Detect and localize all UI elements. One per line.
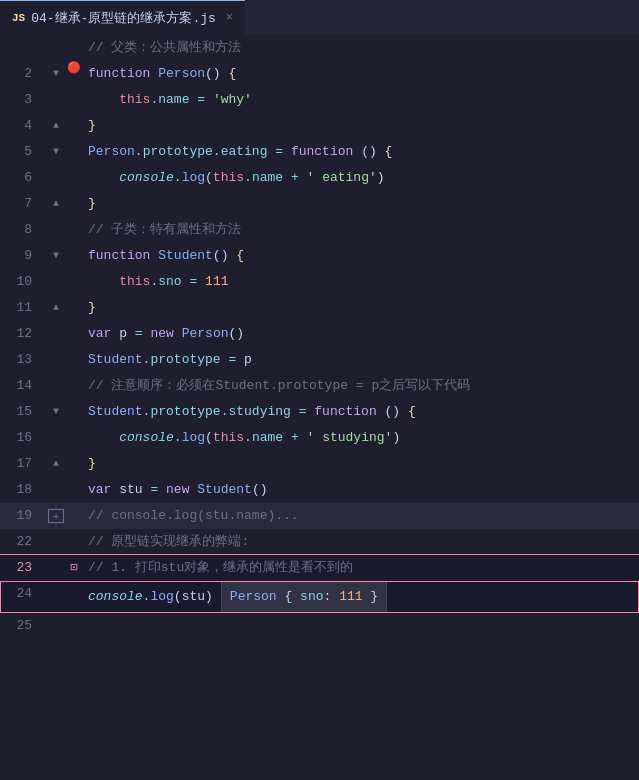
fold-icon-9[interactable]: ▼ — [48, 243, 64, 269]
line-number-23: 23 — [0, 555, 48, 581]
line-content-19: // console.log(stu.name)... — [84, 503, 639, 529]
line-content-8: // 子类：特有属性和方法 — [84, 217, 639, 243]
line-content-22: // 原型链实现继承的弊端: — [84, 529, 639, 555]
line-number-25: 25 — [0, 613, 48, 639]
code-area: // 父类：公共属性和方法 2 ▼ 🔴 function Person() { … — [0, 35, 639, 780]
line-content-4: } — [84, 113, 639, 139]
line-number-18: 18 — [0, 477, 48, 503]
code-line-15: 15 ▼ Student.prototype.studying = functi… — [0, 399, 639, 425]
line-content: // 父类：公共属性和方法 — [84, 35, 639, 61]
fold-icon-4[interactable]: ▲ — [48, 113, 64, 139]
line-number-14: 14 — [0, 373, 48, 399]
fold-icon-5[interactable]: ▼ — [48, 139, 64, 165]
tab-label: 04-继承-原型链的继承方案.js — [31, 9, 216, 27]
line-number-3: 3 — [0, 87, 48, 113]
debug-tooltip: Person { sno: 111 } — [221, 581, 387, 613]
line-content-10: this.sno = 111 — [84, 269, 639, 295]
code-line-8: 8 // 子类：特有属性和方法 — [0, 217, 639, 243]
fold-icon-19[interactable]: + — [48, 509, 64, 523]
line-number-2: 2 — [0, 61, 48, 87]
code-line-25: 25 — [0, 613, 639, 639]
code-line-6: 6 console.log(this.name + ' eating') — [0, 165, 639, 191]
code-line-10: 10 this.sno = 111 — [0, 269, 639, 295]
line-number-5: 5 — [0, 139, 48, 165]
breakpoint-area-2[interactable]: 🔴 — [64, 61, 84, 74]
code-line-4: 4 ▲ } — [0, 113, 639, 139]
line-content-11: } — [84, 295, 639, 321]
line-number-24: 24 — [0, 581, 48, 607]
code-line-3: 3 this.name = 'why' — [0, 87, 639, 113]
line-content-7: } — [84, 191, 639, 217]
code-line-17: 17 ▲ } — [0, 451, 639, 477]
fold-icon-17[interactable]: ▲ — [48, 451, 64, 477]
code-line-23: 23 ⊡ // 1. 打印stu对象，继承的属性是看不到的 — [0, 555, 639, 581]
line-number-22: 22 — [0, 529, 48, 555]
code-line-11: 11 ▲ } — [0, 295, 639, 321]
line-number-4: 4 — [0, 113, 48, 139]
code-line-12: 12 var p = new Person() — [0, 321, 639, 347]
fold-icon-15[interactable]: ▼ — [48, 399, 64, 425]
line-number-17: 17 — [0, 451, 48, 477]
code-line-24: 24 console.log(stu)Person { sno: 111 } — [0, 581, 639, 613]
tab-bar: JS 04-继承-原型链的继承方案.js × — [0, 0, 639, 35]
line-number-10: 10 — [0, 269, 48, 295]
code-line-comment-top: // 父类：公共属性和方法 — [0, 35, 639, 61]
line-number-16: 16 — [0, 425, 48, 451]
line-content-9: function Student() { — [84, 243, 639, 269]
line-content-16: console.log(this.name + ' studying') — [84, 425, 639, 451]
fold-icon-11[interactable]: ▲ — [48, 295, 64, 321]
code-line-22: 22 // 原型链实现继承的弊端: — [0, 529, 639, 555]
code-line-7: 7 ▲ } — [0, 191, 639, 217]
line-number-19: 19 — [0, 503, 48, 529]
tab-close-button[interactable]: × — [226, 11, 233, 25]
code-editor: // 父类：公共属性和方法 2 ▼ 🔴 function Person() { … — [0, 35, 639, 780]
line-content-24: console.log(stu)Person { sno: 111 } — [84, 581, 639, 613]
active-tab[interactable]: JS 04-继承-原型链的继承方案.js × — [0, 0, 245, 35]
line-number-8: 8 — [0, 217, 48, 243]
code-line-5: 5 ▼ Person.prototype.eating = function (… — [0, 139, 639, 165]
line-content-15: Student.prototype.studying = function ()… — [84, 399, 639, 425]
debug-breakpoint-icon: 🔴 — [67, 61, 81, 74]
line-content-18: var stu = new Student() — [84, 477, 639, 503]
line-content-6: console.log(this.name + ' eating') — [84, 165, 639, 191]
line-number-6: 6 — [0, 165, 48, 191]
code-line-9: 9 ▼ function Student() { — [0, 243, 639, 269]
line-number-11: 11 — [0, 295, 48, 321]
fold-icon-2[interactable]: ▼ — [48, 61, 64, 87]
line-content-23: // 1. 打印stu对象，继承的属性是看不到的 — [84, 555, 639, 581]
line-number-15: 15 — [0, 399, 48, 425]
code-line-2: 2 ▼ 🔴 function Person() { — [0, 61, 639, 87]
fold-icon-7[interactable]: ▲ — [48, 191, 64, 217]
code-line-16: 16 console.log(this.name + ' studying') — [0, 425, 639, 451]
line-content-17: } — [84, 451, 639, 477]
line-number-12: 12 — [0, 321, 48, 347]
line-content-14: // 注意顺序：必须在Student.prototype = p之后写以下代码 — [84, 373, 639, 399]
line-content-13: Student.prototype = p — [84, 347, 639, 373]
code-line-19: 19 + // console.log(stu.name)... — [0, 503, 639, 529]
line-content-2: function Person() { — [84, 61, 639, 87]
line-content-5: Person.prototype.eating = function () { — [84, 139, 639, 165]
line-content-3: this.name = 'why' — [84, 87, 639, 113]
line-number-9: 9 — [0, 243, 48, 269]
line-number-13: 13 — [0, 347, 48, 373]
code-line-18: 18 var stu = new Student() — [0, 477, 639, 503]
line-number-7: 7 — [0, 191, 48, 217]
js-file-icon: JS — [12, 12, 25, 24]
code-line-13: 13 Student.prototype = p — [0, 347, 639, 373]
code-line-14: 14 // 注意顺序：必须在Student.prototype = p之后写以下… — [0, 373, 639, 399]
line-content-12: var p = new Person() — [84, 321, 639, 347]
breakpoint-area-23: ⊡ — [64, 555, 84, 581]
